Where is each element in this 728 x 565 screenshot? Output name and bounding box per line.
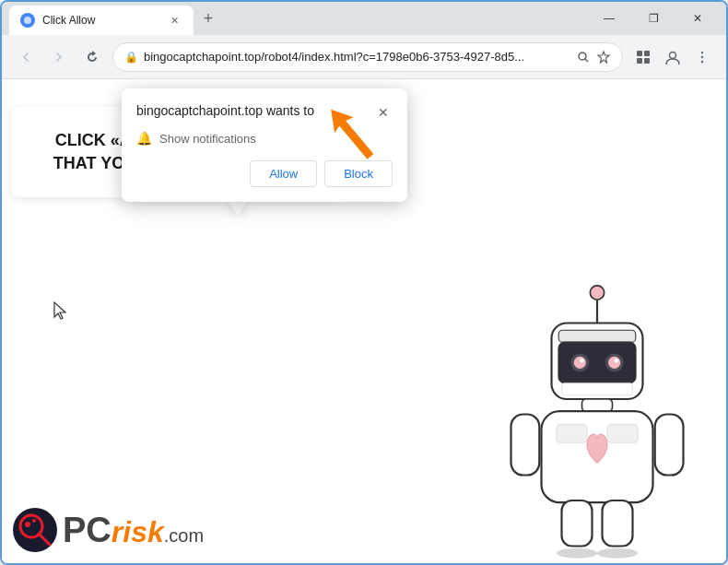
close-button[interactable]: ✕ bbox=[676, 2, 719, 35]
refresh-button[interactable] bbox=[79, 44, 105, 70]
menu-button[interactable] bbox=[689, 44, 715, 70]
svg-rect-29 bbox=[557, 425, 587, 443]
back-button[interactable] bbox=[13, 44, 39, 70]
profile-button[interactable] bbox=[660, 44, 686, 70]
bell-icon: 🔔 bbox=[136, 131, 152, 146]
svg-rect-32 bbox=[655, 415, 684, 476]
maximize-button[interactable]: ❐ bbox=[632, 2, 675, 35]
svg-point-20 bbox=[574, 357, 586, 369]
allow-button[interactable]: Allow bbox=[250, 160, 317, 187]
title-bar: Click Allow ✕ + — ❐ ✕ bbox=[2, 2, 726, 35]
svg-point-14 bbox=[590, 286, 604, 300]
svg-rect-31 bbox=[511, 415, 540, 476]
svg-rect-7 bbox=[644, 58, 650, 64]
svg-point-1 bbox=[579, 53, 586, 60]
svg-point-36 bbox=[597, 548, 638, 559]
svg-point-10 bbox=[701, 55, 703, 57]
search-icon bbox=[576, 50, 591, 65]
svg-rect-33 bbox=[562, 500, 593, 547]
robot-illustration bbox=[496, 277, 699, 554]
svg-marker-3 bbox=[598, 52, 609, 63]
url-icons bbox=[576, 50, 611, 65]
popup-notification-label: Show notifications bbox=[159, 132, 256, 146]
orange-arrow bbox=[315, 98, 389, 171]
star-icon bbox=[596, 50, 611, 65]
new-tab-button[interactable]: + bbox=[195, 6, 221, 31]
svg-point-25 bbox=[615, 359, 618, 362]
svg-rect-30 bbox=[607, 425, 638, 443]
svg-rect-6 bbox=[637, 58, 642, 64]
svg-point-11 bbox=[701, 60, 703, 62]
svg-line-2 bbox=[585, 59, 588, 62]
forward-button[interactable] bbox=[46, 44, 72, 70]
browser-window: Click Allow ✕ + — ❐ ✕ 🔒 bingocaptchapoin… bbox=[0, 0, 728, 565]
url-bar[interactable]: 🔒 bingocaptchapoint.top/robot4/index.htm… bbox=[112, 42, 623, 72]
risk-text: risk bbox=[112, 515, 164, 549]
svg-point-41 bbox=[32, 519, 36, 523]
toolbar-icons bbox=[630, 44, 715, 70]
lock-icon: 🔒 bbox=[124, 51, 138, 64]
svg-rect-26 bbox=[562, 383, 633, 394]
pc-text: PC bbox=[63, 511, 112, 550]
svg-rect-34 bbox=[603, 500, 633, 547]
svg-point-21 bbox=[580, 359, 583, 362]
popup-site-text: bingocaptchapoint.top wants to bbox=[136, 103, 314, 118]
svg-rect-4 bbox=[637, 51, 642, 56]
page-content: bingocaptchapoint.top wants to ✕ 🔔 Show … bbox=[2, 79, 726, 563]
pcrisk-logo: PC risk .com bbox=[11, 506, 204, 554]
minimize-button[interactable]: — bbox=[588, 2, 630, 35]
window-controls: — ❐ ✕ bbox=[588, 2, 719, 35]
dotcom-text: .com bbox=[164, 525, 204, 547]
svg-rect-27 bbox=[582, 399, 613, 411]
svg-point-8 bbox=[670, 52, 676, 58]
svg-point-0 bbox=[24, 17, 31, 24]
svg-marker-12 bbox=[322, 101, 380, 164]
arrow-container bbox=[315, 98, 389, 175]
svg-point-40 bbox=[25, 522, 30, 527]
tab-favicon bbox=[20, 13, 35, 28]
svg-rect-5 bbox=[644, 51, 650, 56]
robot-svg bbox=[496, 277, 699, 561]
address-bar: 🔒 bingocaptchapoint.top/robot4/index.htm… bbox=[2, 35, 726, 79]
svg-point-35 bbox=[557, 548, 597, 559]
svg-point-24 bbox=[608, 357, 620, 369]
svg-point-9 bbox=[701, 51, 703, 53]
tab-area: Click Allow ✕ + bbox=[9, 2, 584, 35]
svg-rect-16 bbox=[558, 330, 636, 342]
url-text: bingocaptchapoint.top/robot4/index.html?… bbox=[144, 50, 570, 64]
logo-magnifier bbox=[11, 506, 59, 554]
active-tab[interactable]: Click Allow ✕ bbox=[9, 6, 194, 35]
pcrisk-text: PC risk .com bbox=[63, 511, 204, 550]
tab-close-button[interactable]: ✕ bbox=[166, 12, 182, 29]
tab-title: Click Allow bbox=[42, 14, 159, 27]
extensions-button[interactable] bbox=[630, 44, 656, 70]
